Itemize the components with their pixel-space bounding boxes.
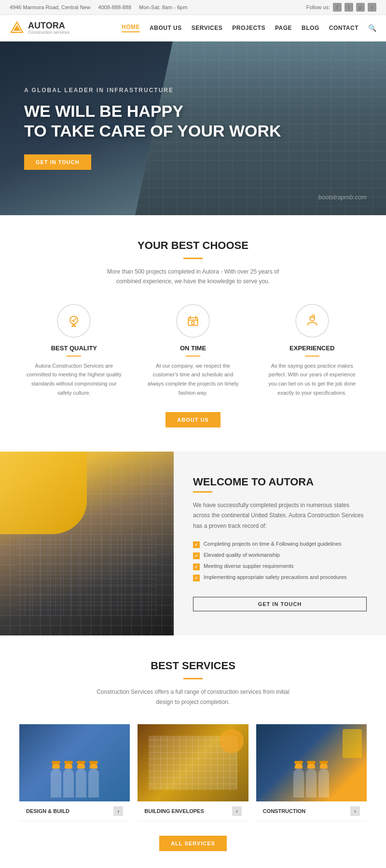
- feature-ontime-divider: [186, 356, 200, 357]
- services-grid: DESIGN & BUILD › BUILDING ENVELOPES ›: [19, 724, 367, 821]
- best-choose-divider: [183, 258, 203, 259]
- top-bar: 4946 Marmora Road, Central New 4008-888-…: [0, 0, 386, 15]
- services-section: BEST SERVICES Construction Services offe…: [0, 635, 386, 868]
- ontime-svg: [185, 313, 201, 329]
- hero-subtitle: A GLOBAL LEADER IN INFRASTRUCTURE: [24, 87, 281, 94]
- hero-watermark: bootstrapmb.com: [318, 193, 367, 201]
- service-image-construction: [256, 724, 367, 801]
- top-bar-info: 4946 Marmora Road, Central New 4008-888-…: [10, 4, 187, 10]
- nav-links: HOME ABOUT US SERVICES PROJECTS PAGE BLO…: [122, 24, 376, 32]
- welcome-intro: We have successfully completed projects …: [193, 500, 367, 532]
- checklist-item-1: Completing projects on time & Following …: [193, 541, 367, 548]
- about-us-button[interactable]: ABOUT US: [165, 412, 220, 427]
- rss-icon[interactable]: r: [368, 3, 376, 12]
- nav-about[interactable]: ABOUT US: [150, 25, 182, 31]
- best-choose-title: YOUR BEST CHOOSE: [19, 239, 367, 252]
- checklist-item-2: Elevated quality of workmanship: [193, 552, 367, 559]
- top-bar-social: Follow us: f t p r: [306, 3, 376, 12]
- checklist-text-1: Completing projects on time & Following …: [204, 541, 342, 547]
- pinterest-icon[interactable]: p: [356, 3, 365, 12]
- feature-quality-divider: [67, 356, 81, 357]
- checklist-item-4: Implementing appropriate safety precauti…: [193, 574, 367, 581]
- hero-title-line1: WE WILL BE HAPPY: [24, 102, 183, 120]
- welcome-content: WELCOME TO AUTORA We have successfully c…: [174, 452, 386, 636]
- svg-point-2: [70, 316, 78, 324]
- facebook-icon[interactable]: f: [333, 3, 342, 12]
- logo-subtitle: Construction services: [28, 30, 69, 35]
- nav-home[interactable]: HOME: [122, 24, 140, 32]
- service-arrow-envelopes[interactable]: ›: [232, 806, 242, 816]
- follow-label: Follow us:: [306, 4, 330, 10]
- feature-experienced-divider: [305, 356, 319, 357]
- nav-page[interactable]: PAGE: [275, 25, 292, 31]
- nav-services[interactable]: SERVICES: [192, 25, 222, 31]
- blueprint-paper: [17, 534, 156, 617]
- service-card-envelopes: BUILDING ENVELOPES ›: [138, 724, 248, 821]
- checklist-item-3: Meeting diverse supplier requirements: [193, 563, 367, 570]
- logo-text-block: AUTORA Construction services: [28, 21, 69, 35]
- crane-shape: [343, 729, 362, 758]
- feature-experienced-text: As the saying goes practice makes perfec…: [264, 361, 360, 398]
- hero-cta-button[interactable]: GET IN TOUCH: [24, 154, 91, 170]
- features-grid: BEST QUALITY Autora Construction Service…: [19, 304, 367, 398]
- service-arrow-design[interactable]: ›: [113, 806, 123, 816]
- worker-2: [63, 769, 74, 798]
- checklist-text-2: Elevated quality of workmanship: [204, 552, 280, 558]
- hardhat-shape: [0, 452, 87, 535]
- feature-quality: BEST QUALITY Autora Construction Service…: [19, 304, 129, 398]
- checklist-text-4: Implementing appropriate safety precauti…: [204, 574, 347, 580]
- service-arrow-construction[interactable]: ›: [350, 806, 360, 816]
- check-icon-2: [193, 552, 200, 559]
- hero-title: WE WILL BE HAPPY TO TAKE CARE OF YOUR WO…: [24, 101, 281, 141]
- welcome-section: WELCOME TO AUTORA We have successfully c…: [0, 452, 386, 636]
- search-icon[interactable]: 🔍: [368, 24, 376, 32]
- service-image-design: [19, 724, 130, 801]
- all-services-btn-container: ALL SERVICES: [19, 836, 367, 851]
- feature-ontime-title: ON TIME: [138, 344, 248, 352]
- service-label-text-construction: CONSTRUCTION: [263, 808, 306, 814]
- worker-1: [51, 769, 61, 798]
- worker-5: [293, 769, 304, 798]
- hours: Mon-Sat: 8am - 6pm: [139, 4, 187, 10]
- welcome-title: WELCOME TO AUTORA: [193, 476, 367, 488]
- services-divider: [183, 678, 203, 679]
- services-subtitle: Construction Services offers a full rang…: [96, 687, 290, 707]
- service-image-envelopes: [138, 724, 248, 801]
- welcome-cta-button[interactable]: GET IN TOUCH: [193, 597, 367, 611]
- services-title: BEST SERVICES: [19, 660, 367, 672]
- service-card-design: DESIGN & BUILD ›: [19, 724, 130, 821]
- all-services-button[interactable]: ALL SERVICES: [159, 836, 227, 851]
- svg-rect-14: [310, 317, 313, 318]
- feature-quality-icon: [57, 304, 91, 338]
- quality-svg: [66, 313, 82, 329]
- service-label-text-design: DESIGN & BUILD: [26, 808, 69, 814]
- experienced-svg: [304, 313, 320, 329]
- worker-7: [318, 769, 329, 798]
- feature-quality-title: BEST QUALITY: [19, 344, 129, 352]
- hero-section: A GLOBAL LEADER IN INFRASTRUCTURE WE WIL…: [0, 41, 386, 215]
- hero-title-line2: TO TAKE CARE OF YOUR WORK: [24, 122, 281, 140]
- nav-projects[interactable]: PROJECTS: [232, 25, 265, 31]
- feature-quality-text: Autora Construction Services are committ…: [26, 361, 122, 398]
- about-btn-container: ABOUT US: [19, 412, 367, 427]
- check-icon-1: [193, 541, 200, 548]
- nav-contact[interactable]: CONTACT: [329, 25, 358, 31]
- phone: 4008-888-888: [98, 4, 132, 10]
- feature-experienced: EXPERIENCED As the saying goes practice …: [257, 304, 367, 398]
- workers-group-1: [19, 740, 130, 801]
- welcome-image: [0, 452, 174, 636]
- logo[interactable]: AUTORA Construction services: [10, 21, 69, 35]
- feature-experienced-title: EXPERIENCED: [257, 344, 367, 352]
- twitter-icon[interactable]: t: [345, 3, 353, 12]
- hero-content: A GLOBAL LEADER IN INFRASTRUCTURE WE WIL…: [0, 87, 305, 170]
- checklist-text-3: Meeting diverse supplier requirements: [204, 563, 293, 569]
- best-choose-section: YOUR BEST CHOOSE More than 500 projects …: [0, 215, 386, 452]
- address: 4946 Marmora Road, Central New: [10, 4, 91, 10]
- nav-blog[interactable]: BLOG: [302, 25, 319, 31]
- service-label-envelopes: BUILDING ENVELOPES ›: [138, 801, 248, 821]
- service-label-construction: CONSTRUCTION ›: [256, 801, 367, 821]
- welcome-divider: [193, 491, 212, 493]
- check-icon-3: [193, 564, 200, 570]
- feature-experienced-icon: [295, 304, 329, 338]
- worker-6: [306, 769, 317, 798]
